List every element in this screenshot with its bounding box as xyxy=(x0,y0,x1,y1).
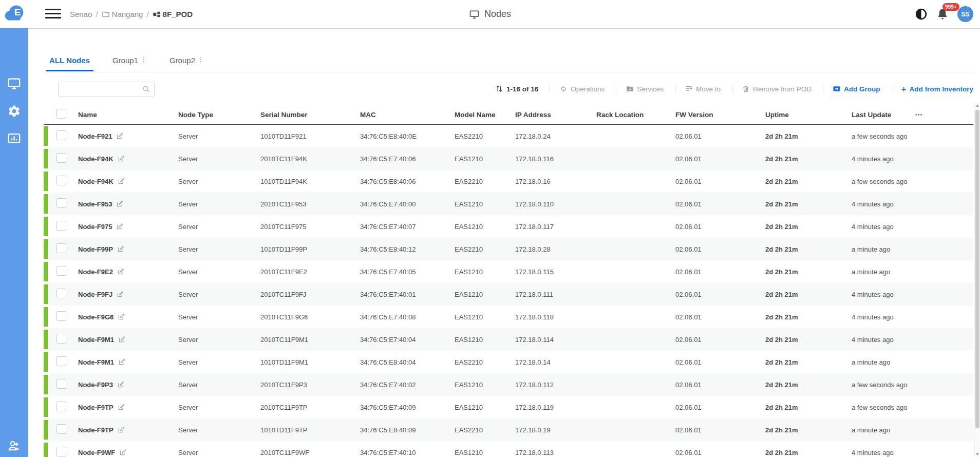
sidebar-item-nodes[interactable] xyxy=(7,77,21,90)
breadcrumb-group[interactable]: Nangang xyxy=(102,10,143,18)
row-checkbox[interactable] xyxy=(56,311,66,321)
edit-name-icon[interactable] xyxy=(118,178,125,185)
sidebar-item-settings[interactable] xyxy=(7,104,21,118)
sort-icon[interactable] xyxy=(495,85,503,93)
add-from-inventory-button[interactable]: + Add from Inventory xyxy=(886,85,973,93)
row-checkbox-cell xyxy=(48,402,78,413)
tab-all-nodes[interactable]: ALL Nodes xyxy=(46,56,93,71)
row-checkbox[interactable] xyxy=(56,334,66,344)
row-checkbox[interactable] xyxy=(56,424,66,434)
edit-name-icon[interactable] xyxy=(118,313,125,320)
sidebar-item-users[interactable] xyxy=(7,439,21,453)
model-name-cell: EAS2210 xyxy=(455,426,515,434)
mac-cell: 34:76:C5:E7:40:02 xyxy=(360,381,455,389)
serial-number-cell: 2010TC11F9TP xyxy=(260,404,360,411)
node-name-cell: Node-F9WF xyxy=(78,449,178,456)
node-status-cell xyxy=(44,328,48,351)
mac-cell: 34:76:C5:E8:40:12 xyxy=(360,245,455,253)
edit-name-icon[interactable] xyxy=(117,291,124,298)
group2-menu-icon[interactable]: ⋮ xyxy=(198,56,204,63)
dark-mode-toggle-icon[interactable] xyxy=(915,8,928,21)
node-status-cell xyxy=(44,306,48,328)
operations-button[interactable]: Operations xyxy=(544,85,610,93)
row-checkbox[interactable] xyxy=(56,356,66,366)
scrollbar-thumb[interactable] xyxy=(975,110,979,428)
row-checkbox[interactable] xyxy=(56,266,66,276)
tab-group2[interactable]: Group2 ⋮ xyxy=(166,56,208,71)
edit-name-icon[interactable] xyxy=(117,245,124,253)
uptime-cell: 2d 2h 21m xyxy=(765,404,852,411)
edit-name-icon[interactable] xyxy=(118,336,125,343)
edit-name-icon[interactable] xyxy=(118,155,125,162)
edit-name-icon[interactable] xyxy=(116,223,123,230)
row-checkbox[interactable] xyxy=(56,243,66,253)
breadcrumb-site[interactable]: Senao xyxy=(70,10,92,18)
edit-name-icon[interactable] xyxy=(117,381,124,388)
add-group-button[interactable]: Add Group xyxy=(817,85,886,93)
node-name: Node-F921 xyxy=(78,132,112,140)
last-update-cell: a minute ago xyxy=(852,426,914,434)
last-update-cell: a minute ago xyxy=(852,358,914,366)
row-checkbox[interactable] xyxy=(56,289,66,298)
node-name-cell: Node-F975 xyxy=(78,223,178,231)
row-checkbox[interactable] xyxy=(56,176,66,185)
sidebar-item-statistics[interactable] xyxy=(7,131,21,145)
table-row: Node-F9TP Server 1010TD11F9TP 34:76:C5:E… xyxy=(44,418,973,441)
row-checkbox-cell xyxy=(48,356,78,368)
fw-version-cell: 02.06.01 xyxy=(675,245,765,253)
move-to-button[interactable]: Move to xyxy=(669,85,726,93)
serial-number-cell: 2010TC11F9G6 xyxy=(260,313,360,321)
select-all-checkbox[interactable] xyxy=(56,109,66,119)
row-checkbox[interactable] xyxy=(56,198,66,208)
edit-name-icon[interactable] xyxy=(116,132,123,140)
remove-from-pod-button[interactable]: Remove from POD xyxy=(726,85,817,93)
node-name-cell: Node-F9M1 xyxy=(78,336,178,344)
node-status-cell xyxy=(44,396,48,418)
model-name-cell: EAS2210 xyxy=(455,178,515,185)
edit-name-icon[interactable] xyxy=(119,449,126,456)
edit-name-icon[interactable] xyxy=(118,358,125,366)
node-name-cell: Node-F9G6 xyxy=(78,313,178,321)
table-row: Node-F921 Server 1010TD11F921 34:76:C5:E… xyxy=(44,125,973,147)
notifications-button[interactable]: 999+ xyxy=(936,8,949,21)
menu-hamburger-icon[interactable] xyxy=(45,9,61,18)
edit-name-icon[interactable] xyxy=(118,404,125,411)
row-checkbox[interactable] xyxy=(56,221,66,231)
model-name-cell: EAS1210 xyxy=(455,223,515,231)
stats-icon xyxy=(7,131,21,145)
trash-icon xyxy=(742,85,750,93)
plus-icon: + xyxy=(901,85,907,93)
serial-number-cell: 2010TC11F9E2 xyxy=(260,268,360,276)
row-checkbox[interactable] xyxy=(56,379,66,389)
group1-menu-icon[interactable]: ⋮ xyxy=(141,56,147,63)
row-checkbox[interactable] xyxy=(56,153,66,163)
row-checkbox[interactable] xyxy=(56,447,66,456)
column-settings-button[interactable] xyxy=(914,110,973,119)
services-button[interactable]: Services xyxy=(610,85,669,93)
edit-name-icon[interactable] xyxy=(116,200,123,207)
model-name-cell: EAS1210 xyxy=(455,404,515,411)
node-type-cell: Server xyxy=(178,426,260,434)
breadcrumb-pod[interactable]: 8F_POD xyxy=(153,10,193,18)
search-input[interactable] xyxy=(59,82,154,97)
edit-name-icon[interactable] xyxy=(117,268,124,275)
scrollbar-down-arrow[interactable] xyxy=(976,453,979,455)
top-right-actions: 999+ SS xyxy=(915,0,973,28)
node-type-cell: Server xyxy=(178,313,260,321)
node-status-cell xyxy=(44,193,48,215)
ip-address-cell: 172.18.0.111 xyxy=(515,291,596,298)
serial-number-cell: 1010TD11F99P xyxy=(260,245,360,253)
node-group-tabs: ALL Nodes Group1 ⋮ Group2 ⋮ xyxy=(46,56,208,71)
mac-cell: 34:76:C5:E7:40:10 xyxy=(360,449,455,456)
edit-name-icon[interactable] xyxy=(118,426,125,433)
row-checkbox-cell xyxy=(48,311,78,322)
table-row: Node-F9TP Server 2010TC11F9TP 34:76:C5:E… xyxy=(44,396,973,418)
tab-group1[interactable]: Group1 ⋮ xyxy=(109,56,150,71)
row-checkbox[interactable] xyxy=(56,130,66,140)
avatar[interactable]: SS xyxy=(957,6,973,22)
row-checkbox[interactable] xyxy=(56,402,66,411)
node-name-cell: Node-F9P3 xyxy=(78,381,178,389)
row-checkbox-cell xyxy=(48,130,78,142)
ip-address-cell: 172.18.0.116 xyxy=(515,155,596,163)
scrollbar-up-arrow[interactable] xyxy=(976,104,979,107)
